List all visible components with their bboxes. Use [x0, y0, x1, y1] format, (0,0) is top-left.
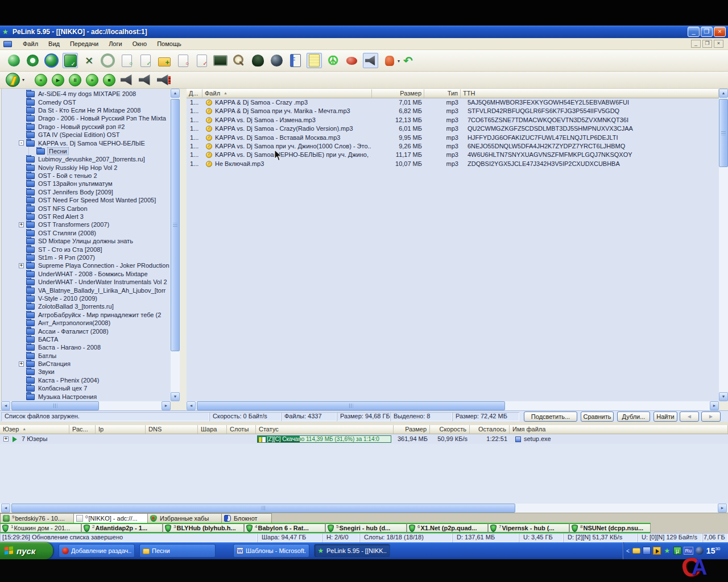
scroll-right-icon[interactable]: ►: [710, 401, 719, 410]
mdi-minimize-button[interactable]: _: [691, 40, 701, 48]
menu-item[interactable]: Логи: [104, 39, 127, 49]
highlight-button[interactable]: Подсветить...: [524, 411, 577, 422]
tree-item[interactable]: БАСТА: [2, 335, 171, 343]
file-row[interactable]: 1... Не Включай.mp3 10,07 МБ mp3 ZDQBSI2…: [187, 160, 719, 168]
tree-vertical-scrollbar[interactable]: ▲ ▼: [171, 89, 180, 401]
public-hubs-icon[interactable]: [6, 53, 22, 68]
expand-transfer-icon[interactable]: +: [3, 436, 9, 442]
scroll-left-icon[interactable]: ◄: [187, 401, 196, 410]
column-header-speed[interactable]: Скорость: [430, 425, 470, 434]
shutdown-icon[interactable]: ▾: [382, 53, 397, 68]
tray-folder-icon[interactable]: [632, 548, 640, 554]
tree-item[interactable]: UnderWHAT - 2008 - Бомжись Mixtape: [2, 270, 171, 278]
column-header-tth[interactable]: TTH: [461, 89, 719, 98]
menu-item[interactable]: Помощь: [152, 39, 187, 49]
scroll-thumb[interactable]: [171, 99, 180, 351]
filelist-vertical-scrollbar[interactable]: ▲ ▼: [719, 89, 728, 401]
tree-item[interactable]: OST Red Alert 3: [2, 213, 171, 221]
window-tab[interactable]: 0 [NIKKO] - adc://...: [74, 513, 148, 523]
tree-item[interactable]: Comedy OST: [2, 98, 171, 106]
tree-item[interactable]: Drago - 2006 - Новый Русский Рэп The Mix…: [2, 114, 171, 122]
tree-item[interactable]: SD Mixtape Улицы должны знать: [2, 237, 171, 245]
scroll-thumb[interactable]: [11, 401, 99, 410]
media-pause-button[interactable]: II: [69, 74, 81, 86]
duplicates-button[interactable]: Дубли...: [617, 411, 650, 422]
tree-item[interactable]: V-Style - 2010 (2009): [2, 294, 171, 302]
tray-pelink-icon[interactable]: ★: [663, 547, 671, 555]
tree-item[interactable]: UnderWHAT - UnderWater Instrumentals Vol…: [2, 278, 171, 286]
upload-queue-icon[interactable]: [194, 53, 209, 68]
column-header-ip[interactable]: Ip: [96, 425, 146, 434]
file-row[interactable]: 1... KAPPA vs. Dj Samoa - Измена.mp3 12,…: [187, 116, 719, 124]
hub-tab[interactable]: 2 Atlantidap2p - 1...: [81, 523, 163, 533]
column-header-share[interactable]: Шара: [198, 425, 227, 434]
taskbar-task-pelink[interactable]: ★ PeLink 5.95 - [[NIKK...: [314, 544, 390, 558]
indexing-icon[interactable]: [288, 53, 303, 68]
tree-item[interactable]: - KAPPA vs. Dj Samoa ЧЕРНО-БЕЛЫЕ: [2, 139, 171, 147]
tree-item[interactable]: ST - Сто из Ста [2008]: [2, 245, 171, 253]
hub-tab[interactable]: 4 Babylon 6 - Rat...: [244, 523, 325, 533]
scroll-down-icon[interactable]: ▼: [719, 392, 728, 401]
finished-uploads-icon[interactable]: [138, 53, 153, 68]
tree-item[interactable]: Lubimoy_devushke_2007_[torrents.ru]: [2, 155, 171, 163]
scroll-thumb[interactable]: [197, 401, 505, 410]
hub-tab[interactable]: 7 Vipernsk - hub (...: [488, 523, 569, 533]
taskbar-task-word[interactable]: W Шаблоны - Microsoft...: [233, 544, 309, 558]
tree-item[interactable]: Noviy Russkiy Hip Hop Vol 2: [2, 164, 171, 172]
menu-item[interactable]: Файл: [18, 39, 43, 49]
taskbar-task-folder[interactable]: Песни: [139, 544, 216, 558]
minimize-button[interactable]: _: [688, 27, 700, 37]
column-header-timeleft[interactable]: Осталось: [470, 425, 510, 434]
menu-item[interactable]: Передачи: [65, 39, 104, 49]
file-row[interactable]: 1... KAPPA vs. Dj Samoa - Crazy(Radio Ve…: [187, 124, 719, 133]
tree-item[interactable]: Музыка Настроения: [2, 392, 171, 400]
column-header-file[interactable]: Файл▲: [202, 89, 372, 98]
tree-item[interactable]: OST 13район ультиматум: [2, 180, 171, 188]
tree-item[interactable]: АггроБабруйск - Мир принадлежит тебе (2: [2, 311, 171, 319]
column-header-size[interactable]: Размер: [372, 89, 424, 98]
away-mode-icon[interactable]: ☮: [325, 53, 341, 68]
media-play-button[interactable]: ▶: [52, 74, 64, 86]
window-tab[interactable]: 9 berdskiy76 - 10....: [0, 513, 74, 523]
file-row[interactable]: 1... KAPPA & Dj Samoa при уч. Marika - М…: [187, 107, 719, 115]
scroll-up-icon[interactable]: ▲: [171, 89, 180, 98]
tree-item[interactable]: Drago - Новый русский рэп #2: [2, 123, 171, 131]
filelist-horizontal-scrollbar[interactable]: ◄ ►: [187, 401, 719, 410]
mdi-close-button[interactable]: ×: [714, 40, 723, 48]
tray-player-icon[interactable]: [653, 547, 661, 555]
favorite-hubs-icon[interactable]: [44, 53, 59, 68]
scroll-left-icon[interactable]: ◄: [1, 401, 10, 410]
find-next-button[interactable]: ►: [701, 411, 721, 422]
tree-item[interactable]: Ar-SiDE-4 my dogs MIXTAPE 2008: [2, 90, 171, 98]
tree-item[interactable]: VA_Blatnye_Ballady_I_Lirika_Ah_Ljubov_[t…: [2, 286, 171, 294]
panel-splitter[interactable]: [180, 89, 187, 410]
scroll-thumb[interactable]: [11, 504, 515, 513]
finished-downloads-icon[interactable]: [119, 53, 134, 68]
reconnect-icon[interactable]: [25, 53, 40, 68]
media-stop-button[interactable]: ■: [103, 74, 115, 86]
scroll-thumb[interactable]: [719, 99, 728, 167]
tree-item[interactable]: + Supreme Playa Connection - Joker PRodu…: [2, 261, 171, 269]
sound-toggle-icon[interactable]: [363, 53, 378, 68]
file-row[interactable]: 1... KAPPA & Dj Samoa - Crazy .mp3 7,01 …: [187, 98, 719, 107]
volume-up-icon[interactable]: [157, 74, 169, 86]
search-icon[interactable]: [231, 53, 247, 68]
media-prev-button[interactable]: «: [35, 74, 47, 86]
scroll-left-icon[interactable]: ◄: [1, 504, 10, 513]
menu-item[interactable]: Вид: [43, 39, 65, 49]
undo-icon[interactable]: ↶: [400, 53, 416, 68]
tree-item[interactable]: OST Need For Speed Most Wanted [2005]: [2, 196, 171, 204]
download-queue-icon[interactable]: [81, 53, 97, 68]
tree-item[interactable]: Каста - Phenix (2004): [2, 376, 171, 384]
tree-item[interactable]: Звуки: [2, 368, 171, 376]
tree-item[interactable]: Da St - Кто Если Не Я Mixtape 2008: [2, 106, 171, 114]
hub-tab[interactable]: 3 BLYHub (blyhub.h...: [163, 523, 244, 533]
column-header-user[interactable]: Юзер▲: [0, 425, 69, 434]
tree-item[interactable]: Баста - Нагано - 2008: [2, 343, 171, 351]
tray-window-icon[interactable]: [643, 547, 651, 555]
file-row[interactable]: 1... KAPPA vs. Dj Samoa при уч. Джино(10…: [187, 142, 719, 151]
tree-item[interactable]: + OST Transformers (2007): [2, 221, 171, 228]
hub-tab[interactable]: 1 Кошкин дом - 201...: [0, 523, 81, 533]
tree-item[interactable]: Ант_Антрэпология(2008): [2, 319, 171, 327]
tree-horizontal-scrollbar[interactable]: ◄ ►: [1, 401, 171, 410]
